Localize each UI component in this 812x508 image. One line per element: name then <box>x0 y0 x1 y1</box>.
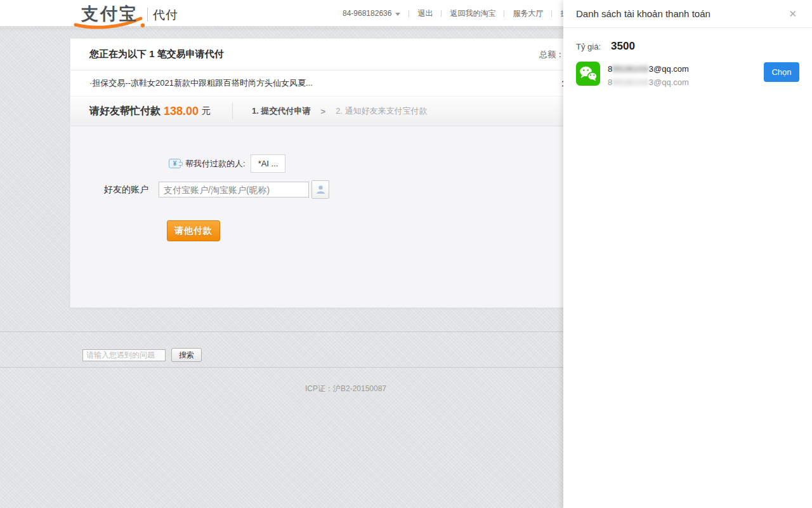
payment-accounts-panel: Danh sách tài khoản thanh toán ✕ Tỷ giá:… <box>563 0 812 508</box>
step-2-notify-friend: 2. 通知好友来支付宝付款 <box>336 105 427 117</box>
request-form-area: ¥ 帮我付过款的人: *AI ... 好友的账户 请他付款 <box>70 126 621 307</box>
account-email-primary: 855261033@qq.com <box>608 62 689 76</box>
transaction-description: ·担保交易--凉鞋女2021新款中跟粗跟百搭时尚方头仙女风夏... <box>89 77 313 89</box>
card-header: 您正在为以下 1 笔交易申请代付 总额：138.00元 <box>70 39 621 70</box>
help-search-row: 搜索 <box>82 348 202 362</box>
step-arrow: > <box>321 107 326 116</box>
search-button[interactable]: 搜索 <box>171 348 202 362</box>
account-dropdown[interactable]: 84-968182636 <box>343 9 400 18</box>
choose-account-button[interactable]: Chọn <box>764 62 799 82</box>
account-email-secondary: 855261033@qq.com <box>608 76 689 89</box>
friend-account-input[interactable] <box>159 182 309 197</box>
friend-account-label: 好友的账户 <box>104 184 148 196</box>
close-icon[interactable]: ✕ <box>786 8 799 20</box>
rate-value: 3500 <box>611 40 635 53</box>
nav-item-back-to-taobao[interactable]: 返回我的淘宝 <box>450 8 495 19</box>
total-label: 总额： <box>539 50 564 59</box>
friend-account-row: 好友的账户 <box>104 180 329 199</box>
payment-request-card: 您正在为以下 1 笔交易申请代付 总额：138.00元 ·担保交易--凉鞋女20… <box>70 38 622 308</box>
nav-item-service-hall[interactable]: 服务大厅 <box>513 8 543 19</box>
account-number: 84-968182636 <box>343 9 391 18</box>
request-unit: 元 <box>202 105 211 117</box>
service-name: 代付 <box>153 7 178 23</box>
ask-him-to-pay-button[interactable]: 请他付款 <box>167 220 220 241</box>
request-summary-bar: 请好友帮忙付款 138.00 元 1. 提交代付申请 > 2. 通知好友来支付宝… <box>70 97 621 126</box>
alipay-logo[interactable]: 支付宝 代付 <box>81 3 178 25</box>
nav-separator <box>504 10 504 17</box>
history-contact-select[interactable]: *AI ... <box>251 154 286 173</box>
panel-title: Danh sách tài khoản thanh toán <box>576 8 710 19</box>
nav-separator <box>441 10 442 17</box>
rate-label: Tỷ giá: <box>576 42 601 51</box>
icp-license-text: ICP证：沪B2-20150087 <box>70 384 622 394</box>
history-label: 帮我付过款的人: <box>185 158 246 170</box>
page-title: 您正在为以下 1 笔交易申请代付 <box>89 48 224 60</box>
panel-header: Danh sách tài khoản thanh toán ✕ <box>563 0 812 28</box>
wechat-icon <box>576 62 600 86</box>
account-emails: 855261033@qq.com 855261033@qq.com <box>608 62 689 89</box>
request-amount: 138.00 <box>164 105 199 118</box>
payment-account-item: 855261033@qq.com 855261033@qq.com Chọn <box>563 53 812 89</box>
redacted-text: 5526103 <box>612 64 649 74</box>
transaction-row: ·担保交易--凉鞋女2021新款中跟粗跟百搭时尚方头仙女风夏... 138.00 <box>70 70 621 97</box>
help-search-input[interactable] <box>82 349 166 361</box>
nav-item-logout[interactable]: 退出 <box>417 8 433 19</box>
chevron-down-icon <box>395 13 400 16</box>
payment-history-row: ¥ 帮我付过款的人: *AI ... <box>169 154 285 173</box>
vertical-divider <box>232 103 233 119</box>
contact-picker-button[interactable] <box>311 180 329 199</box>
redacted-text: 5526103 <box>612 77 649 87</box>
exchange-rate-row: Tỷ giá: 3500 <box>563 28 812 53</box>
request-label: 请好友帮忙付款 <box>89 105 160 118</box>
step-1-submit-request: 1. 提交代付申请 <box>252 105 310 117</box>
person-icon <box>315 184 326 195</box>
nav-separator <box>551 10 552 17</box>
nav-separator <box>409 10 409 17</box>
alipay-logo-text: 支付宝 <box>81 3 138 25</box>
top-nav: 84-968182636 退出 返回我的淘宝 服务大厅 提建议 <box>343 0 600 27</box>
wallet-icon: ¥ <box>169 159 181 168</box>
